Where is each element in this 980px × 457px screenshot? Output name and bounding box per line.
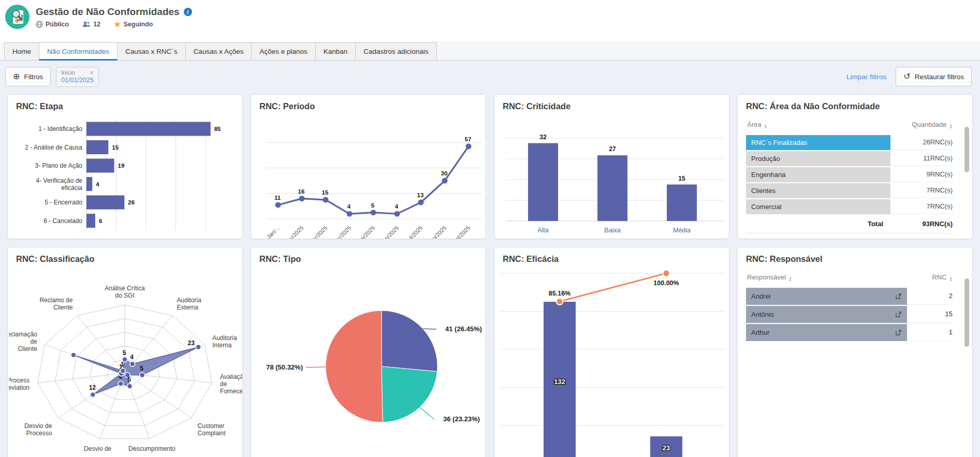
filter-chip-label: Inicio: [61, 69, 75, 76]
svg-text:19: 19: [118, 163, 125, 169]
info-icon[interactable]: i: [184, 8, 192, 16]
table-row[interactable]: Andrei2: [746, 288, 953, 305]
svg-text:Jan/...: Jan/...: [266, 225, 281, 239]
svg-text:26: 26: [128, 199, 135, 205]
row-label: RNC´s Finalizadas: [751, 139, 807, 146]
dashboard-grid: RNC: Etapa 1 - Identificação852 - Anális…: [0, 93, 980, 457]
eficacia-combo-chart[interactable]: 1322385.16%100.00%: [495, 247, 728, 457]
open-link-icon[interactable]: [895, 293, 902, 300]
svg-text:5 - Encerrado: 5 - Encerrado: [45, 199, 82, 206]
table-row[interactable]: RNC´s Finalizadas26RNC(s): [746, 135, 953, 150]
svg-text:23: 23: [188, 340, 195, 347]
svg-text:30: 30: [441, 170, 448, 176]
svg-text:Auditoria: Auditoria: [212, 334, 237, 342]
svg-text:Jun/2025: Jun/2025: [379, 225, 400, 239]
svg-text:15: 15: [112, 144, 119, 151]
svg-text:Mai/2025: Mai/2025: [355, 225, 376, 239]
svg-text:2 - Análise de Causa: 2 - Análise de Causa: [25, 144, 82, 151]
svg-text:100.00%: 100.00%: [653, 279, 679, 287]
row-label: Engenharia: [751, 171, 786, 179]
open-link-icon[interactable]: [895, 311, 902, 318]
svg-text:32: 32: [539, 134, 547, 141]
table-row[interactable]: Clientes7RNC(s): [746, 183, 953, 198]
svg-text:15: 15: [322, 189, 329, 196]
scrollbar-thumb[interactable]: [964, 127, 969, 172]
open-link-icon[interactable]: [895, 329, 902, 336]
restore-filters-button[interactable]: ↺ Restaurar filtros: [896, 67, 972, 86]
clear-filters-link[interactable]: Limpar filtros: [846, 73, 886, 81]
table-row[interactable]: Produção11RNC(s): [746, 151, 953, 166]
svg-text:5: 5: [123, 349, 126, 357]
visibility-badge[interactable]: Público: [36, 21, 69, 28]
chip-close-icon[interactable]: ×: [90, 69, 94, 76]
sort-icon[interactable]: ▲▼: [764, 124, 767, 129]
table-total-row: Total93RNC(s): [746, 215, 953, 233]
svg-text:11: 11: [274, 195, 281, 201]
svg-text:Média: Média: [673, 227, 691, 234]
sort-icon[interactable]: ▲▼: [788, 277, 792, 282]
column-header[interactable]: Responsável▲▼: [747, 273, 792, 282]
etapa-bar-chart[interactable]: 1 - Identificação852 - Análise de Causa1…: [9, 117, 241, 239]
svg-text:23: 23: [663, 444, 670, 452]
svg-text:Reclamo de: Reclamo de: [39, 297, 72, 304]
svg-text:132: 132: [554, 378, 565, 386]
table-row[interactable]: Comercial7RNC(s): [746, 199, 953, 214]
tab-acoes-e-planos[interactable]: Ações e planos: [251, 42, 315, 61]
svg-text:5: 5: [371, 202, 375, 209]
row-value: 2: [907, 288, 953, 305]
table-header: Responsável▲▼RNC▲▼: [746, 270, 964, 288]
tab-home[interactable]: Home: [4, 42, 39, 61]
column-header[interactable]: Quantidade▲▼: [912, 121, 953, 129]
table-row[interactable]: Arthur1: [746, 324, 953, 341]
row-label: Comercial: [751, 203, 782, 211]
svg-text:Fornecedor: Fornecedor: [220, 388, 243, 395]
svg-text:3- Plano de Ação: 3- Plano de Ação: [35, 162, 83, 169]
row-label: Arthur: [751, 329, 769, 336]
classificacao-radar-chart[interactable]: 54235541211Análise Críticado SGIAuditori…: [9, 267, 241, 457]
column-header[interactable]: RNC▲▼: [932, 273, 953, 282]
card-title-responsavel: RNC: Responsável: [746, 254, 964, 264]
svg-text:5: 5: [140, 365, 143, 372]
card-title-tipo: RNC: Tipo: [259, 254, 477, 264]
svg-text:de: de: [220, 380, 227, 388]
filter-chip-inicio[interactable]: Inicio × 01/01/2025: [56, 67, 99, 87]
table-row[interactable]: Engenharia9RNC(s): [746, 167, 953, 182]
periodo-line-chart[interactable]: 111615454133057Jan/...Fev/2025Mar/2025Ab…: [252, 115, 485, 239]
svg-text:Externa: Externa: [177, 304, 199, 311]
svg-text:4: 4: [130, 353, 134, 361]
table-row[interactable]: Antônio15: [746, 306, 953, 323]
svg-text:Desvio de: Desvio de: [84, 445, 112, 452]
svg-text:eficácia: eficácia: [61, 184, 82, 191]
scrollbar-thumb[interactable]: [964, 278, 969, 347]
svg-text:Interna: Interna: [212, 342, 232, 349]
tab-kanban[interactable]: Kanban: [315, 42, 356, 61]
svg-text:36 (23.23%): 36 (23.23%): [443, 415, 480, 423]
svg-text:Avaliação: Avaliação: [220, 373, 243, 380]
svg-text:Customer: Customer: [198, 422, 225, 430]
restore-button-label: Restaurar filtros: [915, 73, 964, 81]
svg-text:16: 16: [298, 188, 305, 195]
card-criticidade: RNC: Criticidade 32Alta27Baixa15Média: [494, 94, 729, 239]
tipo-pie-chart[interactable]: 41 (26.45%)36 (23.23%)78 (50.32%): [252, 268, 485, 457]
add-filter-icon: ⊕: [13, 72, 20, 81]
tab-causas-x-rncs[interactable]: Causas x RNC´s: [117, 42, 186, 61]
row-value: 26RNC(s): [890, 135, 953, 150]
filters-button[interactable]: ⊕ Filtros: [5, 67, 51, 86]
svg-text:Fev/2025: Fev/2025: [283, 225, 304, 239]
column-header[interactable]: Área▲▼: [747, 121, 767, 129]
svg-text:15: 15: [678, 175, 685, 182]
filters-button-label: Filtros: [24, 73, 43, 81]
member-count: 12: [93, 21, 100, 28]
filter-bar: ⊕ Filtros Inicio × 01/01/2025 Limpar fil…: [0, 61, 980, 93]
sort-icon[interactable]: ▲▼: [949, 124, 953, 129]
svg-text:4: 4: [96, 181, 99, 187]
sort-icon[interactable]: ▲▼: [949, 277, 953, 282]
members-badge[interactable]: 12: [82, 21, 100, 28]
tab-causas-x-acoes[interactable]: Causas x Ações: [185, 42, 252, 61]
svg-text:Cliente: Cliente: [53, 304, 73, 311]
tab-cadastros-adicionais[interactable]: Cadastros adicionais: [355, 42, 436, 61]
criticidade-bar-chart[interactable]: 32Alta27Baixa15Média: [495, 115, 728, 239]
tab-nao-conformidades[interactable]: Não Conformidades: [39, 42, 118, 61]
following-badge[interactable]: ★ Seguindo: [114, 20, 153, 28]
svg-text:do SGI: do SGI: [115, 292, 134, 299]
